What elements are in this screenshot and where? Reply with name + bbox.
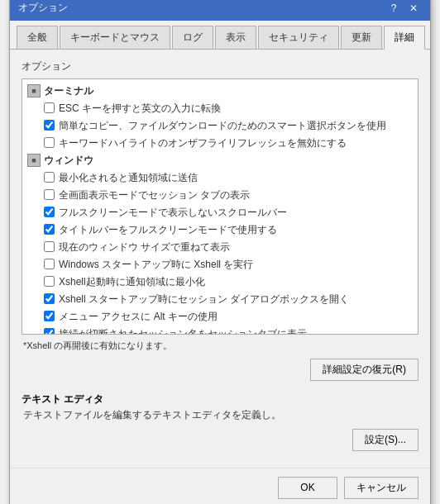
checkbox-startup-xshell[interactable] bbox=[44, 259, 55, 269]
settings-btn-row: 設定(S)... bbox=[22, 429, 418, 451]
label-alt-key-menu: メニュー アクセスに Alt キーの使用 bbox=[59, 310, 218, 324]
group-terminal: ■ ターミナル bbox=[24, 83, 416, 100]
note-text: *Xshell の再開後に有効になります。 bbox=[22, 340, 418, 352]
text-editor-description: テキストファイルを編集するテキストエディタを定義し。 bbox=[22, 408, 418, 422]
group-window: ■ ウィンドウ bbox=[24, 152, 416, 169]
label-keyword-refresh: キーワードハイライトのオンザフライリフレッシュを無効にする bbox=[59, 136, 347, 150]
label-minimize-tray: 最小化されると通知領域に送信 bbox=[59, 171, 198, 185]
cancel-button[interactable]: キャンセル bbox=[344, 477, 418, 499]
check-smart-select: 簡単なコピー、ファイルダウンロードのためのスマート選択ボタンを使用 bbox=[24, 117, 416, 135]
label-smart-select: 簡単なコピー、ファイルダウンロードのためのスマート選択ボタンを使用 bbox=[59, 119, 386, 133]
label-disconnected-session: 接続が切断されたセッション名をセッションタブに表示 bbox=[59, 327, 307, 335]
restore-button[interactable]: 詳細設定の復元(R) bbox=[310, 359, 418, 381]
options-label: オプション bbox=[22, 59, 418, 74]
tab-details[interactable]: 詳細 bbox=[384, 26, 425, 50]
check-session-dialog: Xshell スタートアップ時にセッション ダイアログボックスを開く bbox=[24, 291, 416, 308]
checkbox-disconnected-session[interactable] bbox=[44, 328, 55, 335]
help-button[interactable]: ? bbox=[385, 0, 402, 17]
checkbox-esc-key[interactable] bbox=[44, 102, 55, 113]
text-editor-section: テキスト エディタ テキストファイルを編集するテキストエディタを定義し。 設定(… bbox=[22, 392, 418, 451]
ok-button[interactable]: OK bbox=[278, 477, 337, 499]
window-icon: ■ bbox=[27, 154, 41, 167]
checkbox-session-dialog[interactable] bbox=[44, 293, 55, 304]
tab-update[interactable]: 更新 bbox=[341, 26, 382, 49]
checkbox-alt-key-menu[interactable] bbox=[44, 311, 55, 321]
tab-log[interactable]: ログ bbox=[172, 26, 213, 49]
label-titlebar-fullscreen: タイトルバーをフルスクリーンモードで使用する bbox=[59, 223, 277, 237]
close-button[interactable]: ✕ bbox=[405, 0, 422, 17]
footer-buttons: OK キャンセル bbox=[10, 468, 430, 505]
tab-display[interactable]: 表示 bbox=[215, 26, 256, 49]
label-startup-xshell: Windows スタートアップ時に Xshell を実行 bbox=[59, 258, 253, 272]
title-bar: オプション ? ✕ bbox=[10, 0, 430, 21]
restore-btn-row: 詳細設定の復元(R) bbox=[22, 359, 418, 381]
check-esc-key: ESC キーを押すと英文の入力に転換 bbox=[24, 100, 416, 117]
options-scroll-box[interactable]: ■ ターミナル ESC キーを押すと英文の入力に転換 簡単なコピー、ファイルダウ… bbox=[22, 78, 418, 335]
checkbox-hide-scrollbar[interactable] bbox=[44, 207, 55, 217]
check-startup-xshell: Windows スタートアップ時に Xshell を実行 bbox=[24, 256, 416, 273]
check-hide-scrollbar: フルスクリーンモードで表示しないスクロールバー bbox=[24, 204, 416, 221]
checkbox-smart-select[interactable] bbox=[44, 120, 55, 131]
terminal-icon: ■ bbox=[27, 84, 41, 97]
check-titlebar-fullscreen: タイトルバーをフルスクリーンモードで使用する bbox=[24, 221, 416, 239]
label-esc-key: ESC キーを押すと英文の入力に転換 bbox=[59, 102, 221, 116]
check-minimize-tray: 最小化されると通知領域に送信 bbox=[24, 169, 416, 187]
checkbox-overlap-window[interactable] bbox=[44, 241, 55, 252]
window-group-label: ウィンドウ bbox=[44, 154, 93, 168]
checkbox-keyword-refresh[interactable] bbox=[44, 137, 55, 148]
tab-security[interactable]: セキュリティ bbox=[258, 26, 339, 49]
checkbox-fullscreen-tab[interactable] bbox=[44, 189, 55, 200]
checkbox-titlebar-fullscreen[interactable] bbox=[44, 224, 55, 235]
label-launch-minimize: Xshell起動時に通知領域に最小化 bbox=[59, 275, 205, 289]
check-fullscreen-tab: 全画面表示モードでセッション タブの表示 bbox=[24, 187, 416, 204]
label-session-dialog: Xshell スタートアップ時にセッション ダイアログボックスを開く bbox=[59, 292, 349, 307]
terminal-group-label: ターミナル bbox=[44, 84, 93, 98]
check-alt-key-menu: メニュー アクセスに Alt キーの使用 bbox=[24, 308, 416, 326]
check-launch-minimize: Xshell起動時に通知領域に最小化 bbox=[24, 273, 416, 291]
checkbox-launch-minimize[interactable] bbox=[44, 276, 55, 287]
tab-general[interactable]: 全般 bbox=[17, 26, 58, 49]
check-overlap-window: 現在のウィンドウ サイズで重ねて表示 bbox=[24, 239, 416, 256]
main-content: オプション ■ ターミナル ESC キーを押すと英文の入力に転換 簡単なコピー、… bbox=[10, 50, 430, 461]
settings-button[interactable]: 設定(S)... bbox=[352, 429, 418, 451]
dialog: オプション ? ✕ 全般 キーボードとマウス ログ 表示 セキュリティ 更新 詳… bbox=[9, 0, 431, 504]
check-keyword-refresh: キーワードハイライトのオンザフライリフレッシュを無効にする bbox=[24, 135, 416, 152]
text-editor-label: テキスト エディタ bbox=[22, 392, 418, 407]
dialog-title: オプション bbox=[18, 1, 68, 15]
label-fullscreen-tab: 全画面表示モードでセッション タブの表示 bbox=[59, 188, 250, 202]
tabs-bar: 全般 キーボードとマウス ログ 表示 セキュリティ 更新 詳細 bbox=[10, 21, 430, 50]
title-bar-controls: ? ✕ bbox=[385, 0, 422, 17]
tab-keyboard-mouse[interactable]: キーボードとマウス bbox=[60, 26, 170, 49]
check-disconnected-session: 接続が切断されたセッション名をセッションタブに表示 bbox=[24, 326, 416, 335]
label-hide-scrollbar: フルスクリーンモードで表示しないスクロールバー bbox=[59, 206, 287, 220]
checkbox-minimize-tray[interactable] bbox=[44, 172, 55, 183]
label-overlap-window: 現在のウィンドウ サイズで重ねて表示 bbox=[59, 240, 230, 254]
